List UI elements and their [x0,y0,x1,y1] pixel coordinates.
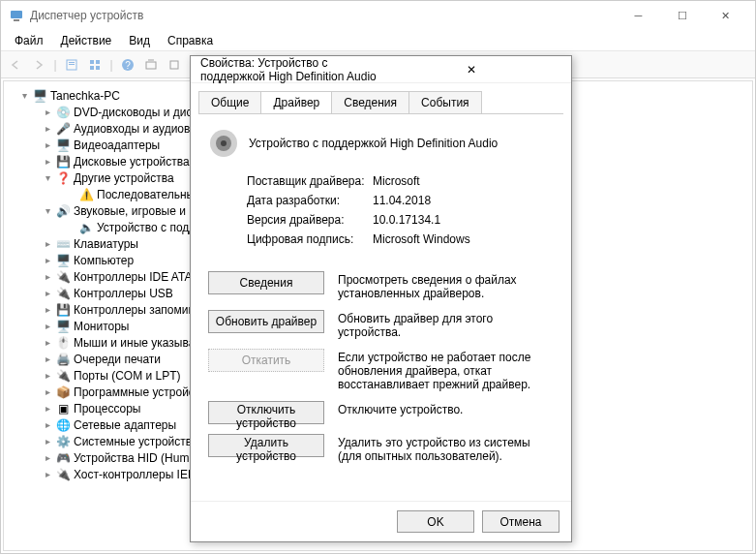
network-icon: 🌐 [54,418,72,432]
mouse-icon: 🖱️ [54,336,72,350]
provider-value: Microsoft [373,174,420,188]
port-icon: 🔌 [54,369,72,383]
sound-icon: 🔊 [54,204,72,218]
update-driver-button[interactable]: Обновить драйвер [208,310,324,333]
tab-general[interactable]: Общие [198,91,261,113]
driver-details-button[interactable]: Сведения [208,271,324,294]
menu-view[interactable]: Вид [121,32,158,49]
ieee-icon: 🔌 [54,468,72,481]
version-value: 10.0.17134.1 [373,213,440,227]
cancel-button[interactable]: Отмена [482,510,559,533]
software-icon: 📦 [54,385,72,399]
menubar: Файл Действие Вид Справка [1,30,755,51]
audio-io-icon: 🎤 [54,122,72,136]
dvd-icon: 💿 [54,106,72,119]
dialog-buttons: OK Отмена [191,501,571,541]
device-header: Устройство с поддержкой High Definition … [208,128,554,159]
uninstall-device-desc: Удалить это устройство из системы (для о… [338,434,554,463]
monitor-icon: 🖥️ [54,320,72,333]
cpu-icon: ▣ [54,402,72,416]
ide-icon: 🔌 [54,270,72,284]
properties-dialog: Свойства: Устройство с поддержкой High D… [190,55,572,542]
svg-rect-1 [14,19,19,21]
rollback-driver-desc: Если устройство не работает после обновл… [338,349,554,391]
titlebar: Диспетчер устройств ─ ☐ ✕ [1,1,755,30]
back-button [5,54,26,76]
properties-icon[interactable] [61,54,82,76]
printer-queue-icon: 🖨️ [54,353,72,366]
version-label: Версия драйвера: [247,213,373,227]
computer-icon: 🖥️ [31,89,48,103]
display-adapter-icon: 🖥️ [54,138,72,152]
window-title: Диспетчер устройств [30,9,617,22]
svg-text:?: ? [125,60,131,71]
svg-rect-6 [96,60,100,64]
app-icon [9,8,24,23]
dialog-close-button[interactable]: ✕ [381,63,562,77]
update-driver-desc: Обновить драйвер для этого устройства. [338,310,554,339]
speaker-icon: 🔈 [77,221,95,234]
tab-content: Устройство с поддержкой High Definition … [198,113,563,501]
grid-icon[interactable] [84,54,106,76]
speaker-icon [208,128,239,159]
tab-events[interactable]: События [408,91,482,113]
provider-label: Поставщик драйвера: [247,174,373,188]
tab-driver[interactable]: Драйвер [260,91,332,113]
separator: | [51,54,59,76]
menu-file[interactable]: Файл [7,32,51,49]
disable-device-desc: Отключите устройство. [338,401,554,416]
disable-device-button[interactable]: Отключить устройство [208,401,324,424]
dialog-titlebar: Свойства: Устройство с поддержкой High D… [191,56,571,83]
signer-label: Цифровая подпись: [247,232,373,246]
window-controls: ─ ☐ ✕ [617,2,747,30]
storage-icon: 💾 [54,303,72,317]
menu-action[interactable]: Действие [53,32,120,49]
maximize-button[interactable]: ☐ [660,2,704,30]
scan-icon[interactable] [140,54,162,76]
device-name: Устройство с поддержкой High Definition … [249,137,498,150]
forward-button [28,54,49,76]
svg-rect-0 [11,11,22,18]
dialog-title: Свойства: Устройство с поддержкой High D… [200,56,381,83]
date-value: 11.04.2018 [373,194,431,207]
keyboard-icon: ⌨️ [54,237,72,251]
refresh-icon[interactable] [164,54,185,76]
svg-rect-11 [146,62,156,69]
other-devices-icon: ❓ [54,171,72,185]
minimize-button[interactable]: ─ [617,2,660,30]
svg-rect-5 [90,60,94,64]
signer-value: Microsoft Windows [373,232,470,246]
driver-details-desc: Просмотреть сведения о файлах установлен… [338,271,554,300]
separator: | [107,54,115,76]
date-label: Дата разработки: [247,194,373,207]
svg-rect-4 [69,64,75,65]
computer-icon: 🖥️ [54,254,72,267]
svg-rect-8 [96,66,100,70]
tab-strip: Общие Драйвер Сведения События [191,83,571,113]
menu-help[interactable]: Справка [160,32,221,49]
unknown-device-icon: ⚠️ [77,188,95,201]
usb-icon: 🔌 [54,287,72,300]
tab-details[interactable]: Сведения [331,91,409,113]
rollback-driver-button: Откатить [208,349,324,372]
svg-rect-3 [69,62,75,63]
ok-button[interactable]: OK [397,510,474,533]
svg-point-15 [221,140,227,146]
svg-rect-12 [170,61,178,69]
svg-rect-7 [90,66,94,70]
system-icon: ⚙️ [54,435,72,448]
help-icon[interactable]: ? [117,54,138,76]
hid-icon: 🎮 [54,451,72,465]
disk-icon: 💾 [54,155,72,169]
close-button[interactable]: ✕ [704,2,747,30]
uninstall-device-button[interactable]: Удалить устройство [208,434,324,457]
